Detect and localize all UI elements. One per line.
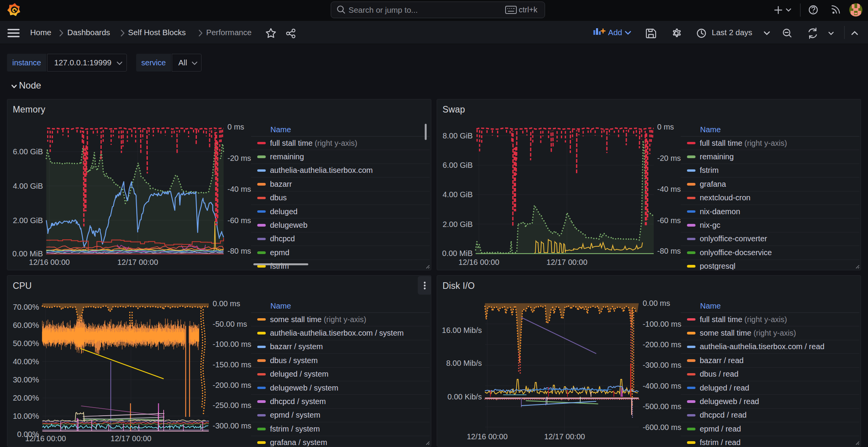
svg-text:-60 ms: -60 ms [227,216,251,225]
svg-text:-50.00 ms: -50.00 ms [213,320,247,328]
svg-text:16.00 Mib/s: 16.00 Mib/s [442,326,482,334]
svg-text:8.00 GiB: 8.00 GiB [443,131,473,140]
svg-text:-80 ms: -80 ms [227,247,251,255]
svg-text:-40 ms: -40 ms [227,185,251,193]
svg-text:0.00 MiB: 0.00 MiB [442,249,473,258]
svg-text:0 ms: 0 ms [227,123,244,131]
svg-text:10.00%: 10.00% [13,412,39,420]
svg-text:-250.00 ms: -250.00 ms [213,401,251,409]
svg-text:12/17 00:00: 12/17 00:00 [544,432,585,441]
svg-text:8.00 Mib/s: 8.00 Mib/s [446,359,482,367]
svg-text:-20 ms: -20 ms [227,154,251,162]
svg-text:20.00%: 20.00% [13,394,39,402]
svg-text:-20 ms: -20 ms [657,154,681,162]
svg-text:-200.00 ms: -200.00 ms [213,381,251,389]
svg-text:-100.00 ms: -100.00 ms [213,340,251,348]
svg-text:-150.00 ms: -150.00 ms [213,360,251,369]
svg-text:12/17 00:00: 12/17 00:00 [117,258,158,266]
svg-text:6.00 GiB: 6.00 GiB [13,147,43,156]
svg-text:12/17 00:00: 12/17 00:00 [111,434,152,443]
svg-text:12/16 00:00: 12/16 00:00 [25,434,66,443]
svg-text:0.00 ms: 0.00 ms [642,299,670,307]
svg-text:-500.00 ms: -500.00 ms [642,402,681,411]
svg-text:0.00 MiB: 0.00 MiB [12,249,43,258]
svg-text:4.00 GiB: 4.00 GiB [443,190,473,199]
svg-text:-40 ms: -40 ms [657,185,681,193]
svg-text:-300.00 ms: -300.00 ms [213,421,251,430]
svg-text:-600.00 ms: -600.00 ms [642,423,681,432]
svg-text:0.00 ms: 0.00 ms [213,299,240,308]
svg-text:12/16 00:00: 12/16 00:00 [29,258,70,266]
svg-text:50.00%: 50.00% [13,339,39,348]
svg-text:0 ms: 0 ms [657,123,674,131]
svg-text:2.00 GiB: 2.00 GiB [443,220,473,229]
svg-text:-400.00 ms: -400.00 ms [642,382,681,390]
svg-text:30.00%: 30.00% [13,375,39,384]
svg-text:40.00%: 40.00% [13,357,39,366]
svg-text:70.00%: 70.00% [13,303,39,311]
svg-text:-100.00 ms: -100.00 ms [642,320,681,328]
svg-text:2.00 GiB: 2.00 GiB [13,216,43,225]
svg-text:-60 ms: -60 ms [657,216,681,225]
svg-text:4.00 GiB: 4.00 GiB [13,182,43,190]
svg-text:60.00%: 60.00% [13,321,39,329]
svg-text:-80 ms: -80 ms [657,247,681,255]
svg-text:-300.00 ms: -300.00 ms [642,361,681,369]
svg-text:6.00 GiB: 6.00 GiB [443,161,473,169]
svg-text:0.00 Kib/s: 0.00 Kib/s [448,392,482,401]
svg-text:12/17 00:00: 12/17 00:00 [547,258,588,266]
svg-text:-200.00 ms: -200.00 ms [642,340,681,349]
svg-text:12/16 00:00: 12/16 00:00 [458,258,499,266]
svg-text:12/16 00:00: 12/16 00:00 [467,432,508,441]
